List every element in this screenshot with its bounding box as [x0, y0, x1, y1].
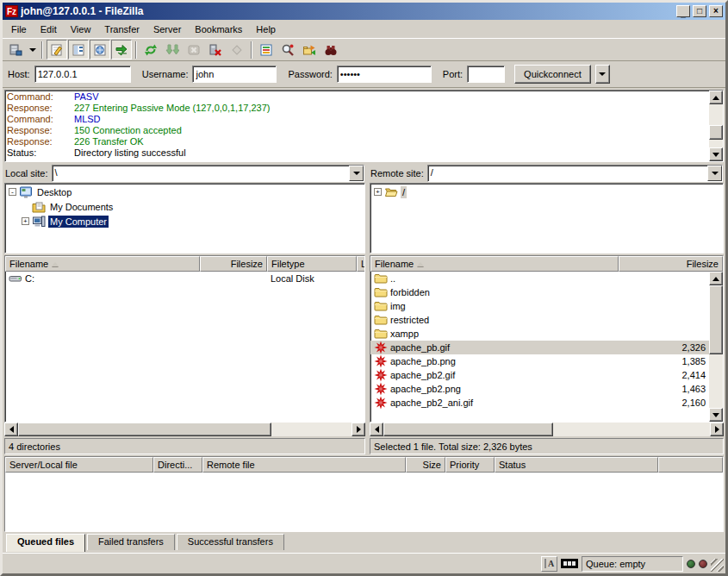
- quickconnect-dropdown-button[interactable]: [595, 65, 610, 84]
- local-site-combo[interactable]: \: [52, 165, 364, 182]
- column-header[interactable]: Filesize: [200, 256, 267, 272]
- tree-item[interactable]: +My Computer: [5, 214, 364, 229]
- menu-server[interactable]: Server: [146, 22, 188, 36]
- column-header[interactable]: Filesize: [619, 256, 723, 272]
- transfer-type-indicator-icon[interactable]: A: [541, 556, 557, 572]
- image-file-icon: [374, 382, 388, 396]
- port-input[interactable]: [467, 66, 505, 83]
- queue-column-header[interactable]: Status: [495, 457, 658, 473]
- window-title: john@127.0.0.1 - FileZilla: [21, 5, 674, 17]
- scroll-left-icon[interactable]: [4, 423, 18, 436]
- file-row[interactable]: apache_pb2.png 1,463: [370, 382, 709, 396]
- scroll-right-icon[interactable]: [710, 423, 724, 436]
- local-directory-tree: -DesktopMy Documents+My Computer: [4, 183, 365, 254]
- scroll-up-icon[interactable]: [709, 91, 723, 104]
- expand-icon[interactable]: +: [374, 188, 382, 196]
- queue-column-header[interactable]: Size: [406, 457, 445, 473]
- local-tree-toggle-button[interactable]: [68, 40, 89, 59]
- column-header[interactable]: L: [357, 256, 364, 272]
- queue-toggle-button[interactable]: [111, 40, 132, 59]
- tree-item[interactable]: -Desktop: [5, 185, 364, 199]
- remote-horizontal-scrollbar[interactable]: [370, 423, 724, 436]
- log-vertical-scrollbar[interactable]: [709, 91, 723, 161]
- queue-column-header[interactable]: Remote file: [202, 457, 406, 473]
- sync-browse-icon: [324, 43, 338, 57]
- file-row[interactable]: restricted: [370, 313, 709, 327]
- close-button[interactable]: ×: [709, 5, 723, 17]
- remote-tree-toggle-button[interactable]: [90, 40, 110, 59]
- drive-icon: [9, 272, 22, 285]
- speedlimit-indicator-icon[interactable]: [561, 559, 578, 568]
- image-file-icon: [374, 396, 388, 410]
- username-input[interactable]: [192, 66, 277, 83]
- disconnect-button[interactable]: [205, 40, 226, 59]
- compare-button[interactable]: [299, 40, 320, 59]
- folder-icon: [374, 299, 388, 313]
- tab-failed-transfers[interactable]: Failed transfers: [87, 534, 175, 550]
- column-header[interactable]: Filetype: [267, 256, 357, 272]
- local-site-dropdown-button[interactable]: [349, 166, 364, 181]
- site-manager-dropdown-button[interactable]: [27, 40, 38, 59]
- queue-status-box: Queue: empty: [582, 556, 683, 572]
- reconnect-button[interactable]: [227, 40, 247, 59]
- collapse-icon[interactable]: -: [9, 188, 16, 196]
- file-row[interactable]: img: [370, 299, 709, 313]
- maximize-button[interactable]: □: [693, 5, 706, 17]
- message-log-toggle-button[interactable]: [47, 40, 67, 59]
- file-row[interactable]: apache_pb.png 1,385: [370, 354, 709, 368]
- open-folder-icon: [384, 185, 398, 199]
- password-input[interactable]: [337, 66, 432, 83]
- file-row[interactable]: forbidden: [370, 285, 709, 299]
- host-input[interactable]: [34, 66, 131, 83]
- file-row[interactable]: C: Local Disk: [5, 272, 364, 285]
- scroll-left-icon[interactable]: [370, 423, 383, 436]
- sync-browse-button[interactable]: [320, 40, 341, 59]
- site-manager-button[interactable]: [5, 40, 26, 59]
- file-row[interactable]: xampp: [370, 327, 709, 341]
- minimize-button[interactable]: _: [676, 5, 690, 17]
- tab-queued-files[interactable]: Queued files: [6, 534, 85, 552]
- cancel-button[interactable]: [184, 40, 204, 59]
- scroll-right-icon[interactable]: [352, 423, 365, 436]
- menu-transfer[interactable]: Transfer: [97, 22, 146, 36]
- remote-vertical-scrollbar[interactable]: [709, 272, 723, 422]
- menu-file[interactable]: File: [4, 22, 34, 36]
- menu-edit[interactable]: Edit: [34, 22, 64, 36]
- quickconnect-button[interactable]: Quickconnect: [514, 65, 591, 84]
- file-row[interactable]: apache_pb.gif 2,326: [370, 341, 709, 354]
- remote-site-combo[interactable]: /: [427, 165, 723, 182]
- menu-view[interactable]: View: [64, 22, 98, 36]
- filezilla-window: Fz john@127.0.0.1 - FileZilla _ □ × File…: [0, 0, 728, 576]
- process-queue-icon: [165, 43, 179, 57]
- scroll-down-icon[interactable]: [709, 147, 723, 161]
- process-queue-button[interactable]: [162, 40, 183, 59]
- tab-successful-transfers[interactable]: Successful transfers: [177, 534, 284, 550]
- file-row[interactable]: apache_pb2_ani.gif 2,160: [370, 396, 709, 410]
- file-row[interactable]: apache_pb2.gif 2,414: [370, 368, 709, 382]
- queue-column-header[interactable]: Priority: [445, 457, 495, 473]
- titlebar[interactable]: Fz john@127.0.0.1 - FileZilla _ □ ×: [3, 3, 725, 20]
- filter-button[interactable]: [256, 40, 277, 59]
- local-pane: Local site: \ -DesktopMy Documents+My Co…: [4, 164, 365, 454]
- local-horizontal-scrollbar[interactable]: [4, 423, 365, 436]
- tree-item[interactable]: +/: [370, 185, 723, 199]
- toolbar: [3, 38, 725, 61]
- tree-item[interactable]: My Documents: [5, 199, 364, 214]
- expand-icon[interactable]: +: [22, 217, 29, 225]
- resize-grip[interactable]: [711, 559, 724, 572]
- refresh-button[interactable]: [140, 40, 161, 59]
- queue-column-header[interactable]: Server/Local file: [5, 457, 153, 473]
- chevron-down-icon: [29, 48, 36, 52]
- scroll-up-icon[interactable]: [709, 272, 723, 285]
- remote-pane: Remote site: / +/ FilenameFilesize .. fo…: [370, 164, 724, 454]
- menu-help[interactable]: Help: [249, 22, 283, 36]
- column-header[interactable]: Filename: [370, 256, 619, 272]
- column-header[interactable]: Filename: [5, 256, 200, 272]
- search-button[interactable]: [277, 40, 298, 59]
- queue-column-header[interactable]: Directi...: [153, 457, 202, 473]
- remote-site-dropdown-button[interactable]: [707, 166, 722, 181]
- file-row[interactable]: ..: [370, 272, 709, 285]
- scroll-down-icon[interactable]: [709, 408, 723, 422]
- menu-bookmarks[interactable]: Bookmarks: [188, 22, 249, 36]
- filezilla-logo-icon: Fz: [5, 5, 18, 17]
